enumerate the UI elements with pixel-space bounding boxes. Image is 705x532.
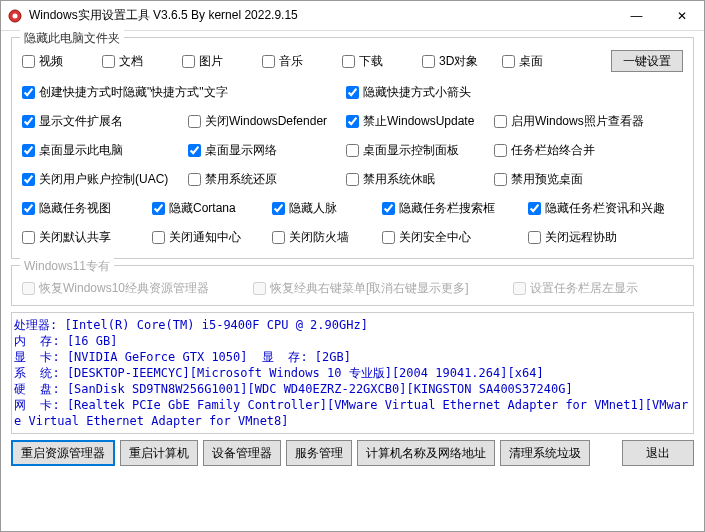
hide-6-input[interactable] — [502, 55, 515, 68]
hide-folders-row: 视频文档图片音乐下载3D对象桌面一键设置 — [22, 50, 683, 72]
opt-r5-3-input[interactable] — [382, 202, 395, 215]
hide-4-input[interactable] — [342, 55, 355, 68]
opt-r4-0-input[interactable] — [22, 173, 35, 186]
opt-r5-4-input[interactable] — [528, 202, 541, 215]
hide-1-input[interactable] — [102, 55, 115, 68]
minimize-button[interactable]: — — [614, 1, 659, 30]
opt-r1-0-input[interactable] — [22, 86, 35, 99]
hide-2[interactable]: 图片 — [182, 53, 262, 70]
opt-r4-2[interactable]: 禁用系统休眠 — [346, 171, 494, 188]
hide-0[interactable]: 视频 — [22, 53, 102, 70]
opt-r5-1-input[interactable] — [152, 202, 165, 215]
rename-button[interactable]: 计算机名称及网络地址 — [357, 440, 495, 466]
opt-r6-1[interactable]: 关闭通知中心 — [152, 229, 272, 246]
opt-r4-2-label: 禁用系统休眠 — [363, 171, 435, 188]
opt-r3-0[interactable]: 桌面显示此电脑 — [22, 142, 188, 159]
opt-r3-2-input[interactable] — [346, 144, 359, 157]
services-button[interactable]: 服务管理 — [286, 440, 352, 466]
opt-r2-3[interactable]: 启用Windows照片查看器 — [494, 113, 684, 130]
opt-r4-1[interactable]: 禁用系统还原 — [188, 171, 346, 188]
opt-r6-3[interactable]: 关闭安全中心 — [382, 229, 528, 246]
opt-r2-0[interactable]: 显示文件扩展名 — [22, 113, 188, 130]
opt-r6-1-input[interactable] — [152, 231, 165, 244]
win11-0: 恢复Windows10经典资源管理器 — [22, 280, 209, 297]
opt-r2-1-label: 关闭WindowsDefender — [205, 113, 327, 130]
hide-5[interactable]: 3D对象 — [422, 53, 502, 70]
opt-r6-4-label: 关闭远程协助 — [545, 229, 617, 246]
opt-r5-2-input[interactable] — [272, 202, 285, 215]
opt-r2-2-input[interactable] — [346, 115, 359, 128]
opt-r4-1-label: 禁用系统还原 — [205, 171, 277, 188]
restart-explorer-button[interactable]: 重启资源管理器 — [11, 440, 115, 466]
hide-0-input[interactable] — [22, 55, 35, 68]
opt-r2-0-input[interactable] — [22, 115, 35, 128]
win11-1: 恢复经典右键菜单[取消右键显示更多] — [253, 280, 469, 297]
close-button[interactable]: ✕ — [659, 1, 704, 30]
opt-r5-3-label: 隐藏任务栏搜索框 — [399, 200, 495, 217]
opt-r6-3-input[interactable] — [382, 231, 395, 244]
opt-r5-0-label: 隐藏任务视图 — [39, 200, 111, 217]
opt-r5-1[interactable]: 隐藏Cortana — [152, 200, 272, 217]
opt-r1-1-input[interactable] — [346, 86, 359, 99]
bottom-toolbar: 重启资源管理器 重启计算机 设备管理器 服务管理 计算机名称及网络地址 清理系统… — [11, 434, 694, 466]
opt-r6-2-input[interactable] — [272, 231, 285, 244]
opt-r2-2[interactable]: 禁止WindowsUpdate — [346, 113, 494, 130]
opt-r5-4-label: 隐藏任务栏资讯和兴趣 — [545, 200, 665, 217]
app-icon — [7, 8, 23, 24]
opt-r5-3[interactable]: 隐藏任务栏搜索框 — [382, 200, 528, 217]
opt-r3-3-input[interactable] — [494, 144, 507, 157]
opt-r2-1-input[interactable] — [188, 115, 201, 128]
opt-r3-3[interactable]: 任务栏始终合并 — [494, 142, 684, 159]
opt-r2-0-label: 显示文件扩展名 — [39, 113, 123, 130]
device-manager-button[interactable]: 设备管理器 — [203, 440, 281, 466]
cleanup-button[interactable]: 清理系统垃圾 — [500, 440, 590, 466]
opt-r3-0-input[interactable] — [22, 144, 35, 157]
opt-r4-3[interactable]: 禁用预览桌面 — [494, 171, 684, 188]
hide-folders-title: 隐藏此电脑文件夹 — [20, 30, 124, 47]
hide-1[interactable]: 文档 — [102, 53, 182, 70]
opt-r3-0-label: 桌面显示此电脑 — [39, 142, 123, 159]
opt-r5-2[interactable]: 隐藏人脉 — [272, 200, 382, 217]
opt-r4-0[interactable]: 关闭用户账户控制(UAC) — [22, 171, 188, 188]
window-body: 隐藏此电脑文件夹 视频文档图片音乐下载3D对象桌面一键设置 创建快捷方式时隐藏"… — [1, 31, 704, 531]
opt-r1-0[interactable]: 创建快捷方式时隐藏"快捷方式"文字 — [22, 84, 346, 101]
opt-r6-2[interactable]: 关闭防火墙 — [272, 229, 382, 246]
opt-r3-2[interactable]: 桌面显示控制面板 — [346, 142, 494, 159]
opt-r1-1[interactable]: 隐藏快捷方式小箭头 — [346, 84, 494, 101]
opt-r2-1[interactable]: 关闭WindowsDefender — [188, 113, 346, 130]
hide-3-input[interactable] — [262, 55, 275, 68]
titlebar: Windows实用设置工具 V3.6.5 By kernel 2022.9.15… — [1, 1, 704, 31]
hide-4[interactable]: 下载 — [342, 53, 422, 70]
opt-r3-1[interactable]: 桌面显示网络 — [188, 142, 346, 159]
opt-r5-4[interactable]: 隐藏任务栏资讯和兴趣 — [528, 200, 683, 217]
opt-r6-4-input[interactable] — [528, 231, 541, 244]
opt-r3-3-label: 任务栏始终合并 — [511, 142, 595, 159]
opt-r2-3-input[interactable] — [494, 115, 507, 128]
opt-r6-0-input[interactable] — [22, 231, 35, 244]
opt-r5-0-input[interactable] — [22, 202, 35, 215]
opt-r6-0[interactable]: 关闭默认共享 — [22, 229, 152, 246]
restart-pc-button[interactable]: 重启计算机 — [120, 440, 198, 466]
hide-4-label: 下载 — [359, 53, 383, 70]
opt-r3-1-input[interactable] — [188, 144, 201, 157]
win11-0-label: 恢复Windows10经典资源管理器 — [39, 280, 209, 297]
opt-r6-2-label: 关闭防火墙 — [289, 229, 349, 246]
opt-r6-4[interactable]: 关闭远程协助 — [528, 229, 683, 246]
opt-r4-1-input[interactable] — [188, 173, 201, 186]
hide-6[interactable]: 桌面 — [502, 53, 574, 70]
hide-1-label: 文档 — [119, 53, 143, 70]
opt-r4-2-input[interactable] — [346, 173, 359, 186]
opt-r4-3-input[interactable] — [494, 173, 507, 186]
opt-r5-1-label: 隐藏Cortana — [169, 200, 236, 217]
hide-2-input[interactable] — [182, 55, 195, 68]
one-click-button[interactable]: 一键设置 — [611, 50, 683, 72]
exit-button[interactable]: 退出 — [622, 440, 694, 466]
opt-r5-0[interactable]: 隐藏任务视图 — [22, 200, 152, 217]
hide-5-input[interactable] — [422, 55, 435, 68]
hide-3[interactable]: 音乐 — [262, 53, 342, 70]
win11-2: 设置任务栏居左显示 — [513, 280, 638, 297]
win11-group: Windows11专有 恢复Windows10经典资源管理器恢复经典右键菜单[取… — [11, 265, 694, 306]
options-row-5: 隐藏任务视图隐藏Cortana隐藏人脉隐藏任务栏搜索框隐藏任务栏资讯和兴趣 — [22, 200, 683, 217]
options-row-4: 关闭用户账户控制(UAC)禁用系统还原禁用系统休眠禁用预览桌面 — [22, 171, 683, 188]
win11-2-input — [513, 282, 526, 295]
